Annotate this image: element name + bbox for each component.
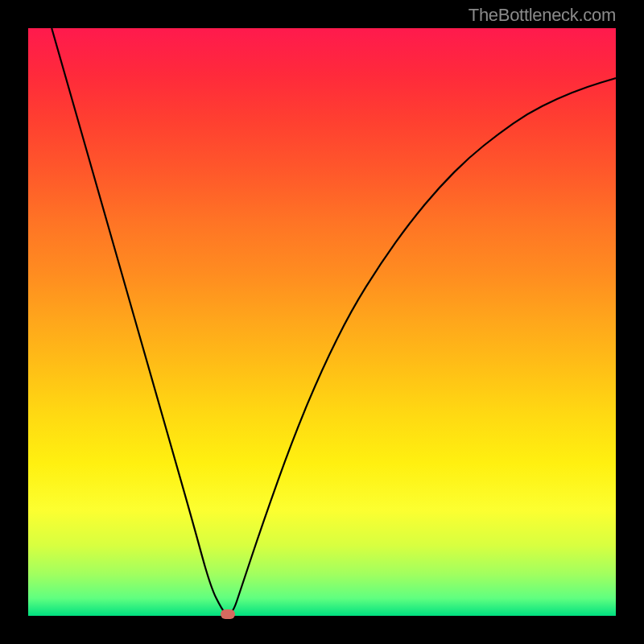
watermark-text: TheBottleneck.com bbox=[469, 5, 616, 26]
curve-svg bbox=[28, 28, 616, 616]
marker-point bbox=[221, 609, 235, 619]
bottleneck-curve bbox=[52, 28, 616, 614]
chart-frame: TheBottleneck.com bbox=[0, 0, 644, 644]
